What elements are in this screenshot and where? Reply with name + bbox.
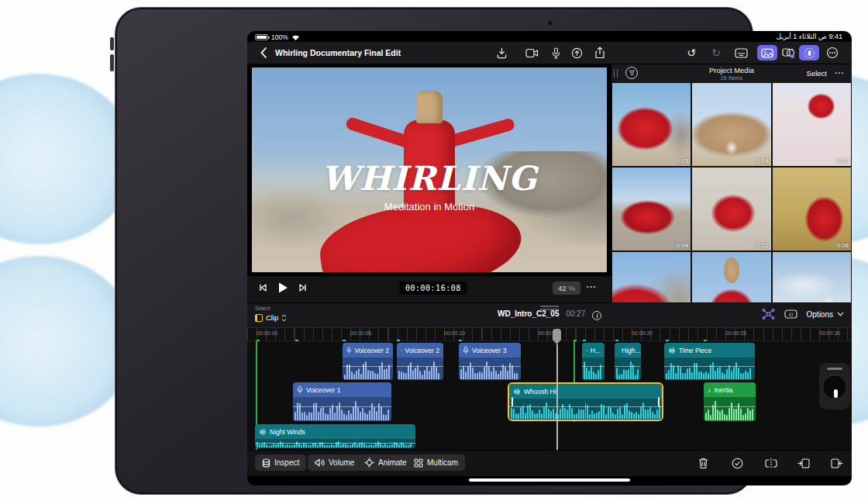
viewer-frame[interactable]: WHIRLING Meditation in Motion: [252, 67, 607, 272]
media-thumbnail-red-dervish-on-salt-flat[interactable]: 0:10: [773, 83, 851, 166]
battery-icon: [255, 34, 268, 40]
timeline-header: Select Clip WD_Intro_C2_05 00:27 i: [247, 302, 852, 327]
clip-label: H...: [591, 347, 601, 354]
clip-label: Voiceover 2: [405, 347, 439, 354]
undo-icon[interactable]: ↺: [684, 46, 699, 60]
trash-icon[interactable]: [695, 455, 711, 471]
timeline-clip[interactable]: Voiceover 2: [397, 343, 443, 380]
timeline-clip[interactable]: Night Winds: [255, 424, 415, 448]
sfx-clip-icon: High...: [615, 343, 641, 358]
clock-date: 9:41 ص الثلاثاء 1 أبريل: [776, 33, 842, 40]
wifi-icon: [291, 34, 300, 41]
playhead-line: [556, 344, 558, 450]
media-thumbnail-red-dervish-in-reeds[interactable]: 0:06: [773, 168, 851, 250]
split-clip-icon[interactable]: [763, 455, 779, 471]
bottom-toolbar: Inspect Volume Animate Multicam: [247, 450, 852, 476]
redo-icon[interactable]: ↻: [708, 46, 724, 60]
clip-waveform: [615, 358, 641, 380]
inspect-button[interactable]: Inspect: [255, 454, 306, 471]
titles-icon[interactable]: [733, 46, 749, 60]
front-camera: [548, 21, 553, 26]
jog-wheel-widget[interactable]: [819, 363, 850, 409]
sfx-clip-icon: Night Winds: [255, 424, 415, 439]
timeline-ruler[interactable]: 00:00:0000:00:0500:00:1000:00:1500:00:20…: [247, 327, 852, 341]
check-circle-icon[interactable]: [729, 455, 745, 471]
home-indicator[interactable]: [469, 479, 630, 482]
clip-duration-badge: 0:06: [836, 242, 849, 249]
timecode-display[interactable]: 00:00:16:08: [399, 282, 467, 295]
clip-label: High...: [622, 347, 641, 354]
timeline-clip[interactable]: Time Piece: [664, 343, 755, 380]
timeline-clip[interactable]: Voiceover 3: [459, 343, 521, 380]
timeline-clip[interactable]: ♪Inertia: [704, 382, 756, 421]
media-thumbnail-red-dervish-on-rocky-beach[interactable]: 0:03: [612, 83, 691, 166]
clip-waveform: [704, 397, 756, 421]
clip-label: Time Piece: [679, 347, 711, 354]
project-title: Whirling Documentary Final Edit: [275, 48, 401, 57]
media-thumbnail-red-dervish-arm-raised[interactable]: 0:02: [692, 168, 770, 250]
viewer-more-icon[interactable]: ⋯: [586, 281, 597, 292]
insert-right-icon[interactable]: [829, 455, 845, 471]
clip-duration-badge: 0:03: [677, 157, 689, 164]
import-media-icon[interactable]: [494, 46, 509, 60]
insert-left-icon[interactable]: [796, 455, 811, 471]
pointer-circle-icon[interactable]: [569, 46, 584, 60]
play-button[interactable]: [277, 282, 289, 294]
timeline-clip[interactable]: Voiceover 2: [343, 343, 393, 380]
media-more-icon[interactable]: ⋯: [835, 67, 845, 78]
selected-clip-duration: 00:27: [566, 309, 585, 318]
media-thumbnail-red-skirt-closeup-badlands[interactable]: [612, 252, 691, 302]
jog-drag-handle[interactable]: [827, 368, 842, 370]
clip-waveform: [582, 358, 604, 380]
connected-clips-icon[interactable]: [762, 308, 775, 320]
title-overlay: WHIRLING: [252, 159, 607, 198]
media-thumbnail-white-figure-cloudy-sky[interactable]: [773, 252, 851, 302]
timeline-clip[interactable]: High...: [615, 343, 641, 380]
voiceover-clip-icon: Voiceover 1: [293, 382, 391, 397]
options-button[interactable]: Options: [807, 310, 844, 319]
media-thumbnail-red-dervish-spinning-gravel[interactable]: 0:04: [612, 168, 691, 250]
timeline-clip[interactable]: H...: [582, 343, 604, 380]
jog-wheel-button[interactable]: [799, 45, 819, 60]
clip-waveform: [459, 358, 521, 380]
dancer-hat: [416, 91, 443, 123]
effects-icon[interactable]: [780, 46, 796, 60]
ruler-timecode-label: 00:00:25: [725, 330, 746, 336]
record-voiceover-icon[interactable]: [548, 46, 563, 60]
clip-label: Voiceover 2: [355, 347, 389, 354]
next-frame-button[interactable]: [298, 283, 308, 292]
transport-bar: 00:00:16:08 42% ⋯: [247, 275, 611, 302]
media-grid: 0:030:040:100:040:020:06: [612, 83, 851, 302]
viewer: WHIRLING Meditation in Motion: [247, 64, 611, 275]
clip-waveform: [343, 358, 393, 380]
volume-button[interactable]: Volume: [308, 454, 361, 471]
back-button[interactable]: [258, 47, 270, 59]
media-thumbnail-white-dervish-in-rock-spires[interactable]: 0:04: [692, 83, 770, 166]
media-thumbnail-man-with-tall-hat-arms-crossed[interactable]: [692, 252, 770, 302]
app-toolbar: Whirling Documentary Final Edit ↺ ↻: [247, 42, 852, 64]
info-icon[interactable]: i: [592, 311, 601, 320]
page: 100% 9:41 ص الثلاثاء 1 أبريل Whirling Do…: [0, 0, 868, 501]
multicam-button[interactable]: Multicam: [407, 454, 465, 471]
more-menu-icon[interactable]: [825, 46, 840, 60]
timeline-tracks[interactable]: Voiceover 2Voiceover 2Voiceover 3H...Hig…: [247, 341, 852, 450]
share-icon[interactable]: [592, 46, 608, 60]
clip-duration-badge: 0:02: [756, 242, 769, 249]
clip-duration-badge: 0:04: [677, 242, 689, 249]
record-video-icon[interactable]: [524, 46, 539, 60]
sfx-clip-icon: Time Piece: [664, 343, 755, 358]
timeline-clip[interactable]: Whoosh Hit: [508, 382, 663, 421]
media-browser-button[interactable]: [757, 45, 777, 60]
select-button[interactable]: Select: [807, 69, 827, 78]
ruler-timecode-label: 00:00:20: [632, 330, 653, 336]
jog-dial[interactable]: [822, 375, 847, 399]
timeline-clip[interactable]: Voiceover 1: [293, 382, 391, 421]
storyline-icon[interactable]: [784, 309, 797, 320]
clip-label: Whoosh Hit: [524, 388, 558, 396]
viewer-zoom-level[interactable]: 42%: [553, 282, 580, 295]
previous-frame-button[interactable]: [258, 283, 267, 292]
project-media-panel: Project Media 26 Items Select ⋯ 0:030:04…: [611, 64, 852, 302]
animate-button[interactable]: Animate: [357, 454, 414, 471]
music-clip-icon: ♪Inertia: [704, 382, 756, 397]
screen: 100% 9:41 ص الثلاثاء 1 أبريل Whirling Do…: [247, 31, 852, 485]
